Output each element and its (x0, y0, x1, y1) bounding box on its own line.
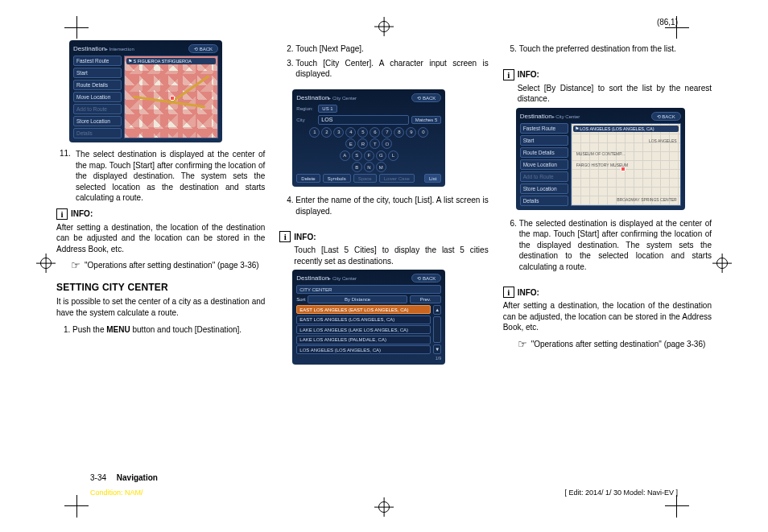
step-text: Push the MENU button and touch [Destinat… (72, 324, 265, 336)
keyboard-key[interactable]: L (388, 151, 398, 161)
nav-screen-keyboard: Destination▸ City Center ⟲ BACK Region: … (292, 89, 445, 188)
info-icon: i (503, 69, 514, 80)
footer-left: 3-34 Navigation (90, 473, 158, 482)
scroll-up-icon[interactable]: ▲ (433, 305, 441, 315)
keyboard-key[interactable]: 1 (309, 127, 320, 138)
keyboard-key[interactable]: 7 (382, 127, 392, 138)
list-item[interactable]: LOS ANGELES (LOS ANGELES, CA) (296, 345, 431, 354)
sort-select[interactable]: By Distance (308, 295, 407, 303)
column-1: Destination▸ Intersection ⟲ BACK Fastest… (56, 40, 265, 492)
step-text: Enter the name of the city, touch [List]… (295, 195, 488, 217)
menu-button[interactable]: Start (73, 68, 122, 78)
screen-subtitle: ▸ Intersection (105, 47, 134, 52)
keyboard-key[interactable]: 2 (321, 127, 332, 138)
step-text: Touch [Next Page]. (295, 43, 488, 55)
screen-title: Destination (73, 45, 105, 52)
column-3: Touch the preferred destination from the… (503, 40, 712, 492)
registration-mark (377, 500, 391, 514)
keyboard-key[interactable]: G (376, 151, 386, 161)
page-ref: (86,1) (657, 18, 678, 27)
back-button[interactable]: ⟲ BACK (411, 93, 441, 102)
keyboard-key[interactable]: E (345, 138, 356, 149)
step-text: Touch [City Center]. A character input s… (295, 58, 488, 80)
menu-button[interactable]: Fastest Route (73, 56, 122, 66)
keyboard-key[interactable]: O (382, 138, 392, 149)
matches-count: Matches 5 (411, 116, 442, 124)
menu-button[interactable]: Fastest Route (520, 123, 568, 134)
info-icon: i (503, 287, 514, 298)
map-dest-label: ⚑ LOS ANGELES (LOS ANGELES, CA) (573, 126, 679, 132)
keyboard-key[interactable]: 3 (333, 127, 344, 138)
prev-button[interactable]: Prev. (410, 295, 442, 303)
info-icon: i (279, 231, 291, 242)
list-item[interactable]: EAST LOS ANGELES (LOS ANGELES, CA) (296, 315, 431, 324)
menu-button[interactable]: Store Location (520, 184, 568, 194)
keyboard-key[interactable]: T (370, 138, 380, 149)
menu-button[interactable]: Start (520, 135, 568, 146)
keyboard-action[interactable]: Symbols (323, 174, 351, 183)
keyboard-key[interactable]: N (364, 162, 374, 172)
list-button[interactable]: List (424, 174, 441, 183)
xref-text: "Operations after setting destination" (… (531, 339, 706, 349)
info-icon: i (56, 208, 68, 220)
keyboard-key[interactable]: 0 (418, 127, 428, 138)
info-body: After setting a destination, the locatio… (503, 300, 712, 333)
keyboard-key[interactable]: 8 (394, 127, 404, 138)
list-item[interactable]: LAKE LOS ANGELES (LAKE LOS ANGELES, CA) (296, 325, 431, 334)
keyboard-key[interactable]: F (364, 151, 374, 161)
map-poi: MUSEUM OF CONTEMP... (576, 151, 625, 156)
keyboard-key[interactable]: 4 (345, 127, 356, 138)
info-label: INFO: (71, 209, 93, 218)
nav-screen-intersection: Destination▸ Intersection ⟲ BACK Fastest… (69, 40, 222, 142)
list-item[interactable]: EAST LOS ANGELES (EAST LOS ANGELES, CA) (296, 305, 431, 314)
nav-screen-list: Destination▸ City Center ⟲ BACK CITY CEN… (292, 270, 445, 365)
menu-button[interactable]: Move Location (520, 159, 568, 170)
keyboard-key[interactable]: B (352, 162, 362, 172)
keyboard-key[interactable]: A (340, 151, 350, 161)
info-label: INFO: (294, 233, 316, 241)
keyboard-key[interactable]: 6 (370, 127, 380, 138)
keyboard-key[interactable]: 9 (406, 127, 416, 138)
keyboard-key[interactable]: M (376, 162, 386, 172)
menu-button[interactable]: Route Details (520, 147, 568, 158)
region-value[interactable]: US 1 (318, 105, 337, 113)
cropmark (676, 16, 677, 39)
keyboard-action[interactable]: Delete (296, 174, 320, 183)
scroll-track[interactable] (433, 316, 441, 343)
info-label: INFO: (518, 288, 539, 297)
xref-icon: ☞ (518, 339, 527, 349)
section-body: It is possible to set the center of a ci… (56, 296, 265, 318)
city-input[interactable]: LOS (318, 115, 408, 125)
back-button[interactable]: ⟲ BACK (188, 44, 218, 53)
destination-pin-icon (169, 95, 175, 101)
cropmark (665, 27, 689, 28)
xref-text: "Operations after setting destination" (… (85, 260, 259, 270)
menu-button[interactable]: Details (520, 196, 568, 206)
cropmark (76, 16, 77, 39)
menu-button[interactable]: Store Location (73, 116, 122, 126)
list-item[interactable]: LAKE LOS ANGELES (PALMDALE, CA) (296, 336, 431, 344)
destination-pin-icon (620, 166, 626, 172)
keyboard-key[interactable]: R (357, 138, 368, 149)
cropmark (76, 495, 77, 518)
back-button[interactable]: ⟲ BACK (411, 274, 441, 282)
info-body: Select [By Distance] to sort the list by… (503, 83, 712, 105)
keyboard-key[interactable]: 5 (357, 127, 368, 138)
xref-icon: ☞ (71, 260, 81, 270)
menu-button[interactable]: Move Location (73, 92, 122, 102)
city-label: City (296, 118, 316, 122)
back-button[interactable]: ⟲ BACK (651, 112, 681, 121)
step-text: The selected destination is displayed at… (519, 218, 712, 273)
keyboard-key[interactable]: S (352, 151, 362, 161)
scroll-down-icon[interactable]: ▼ (433, 344, 441, 354)
registration-mark (377, 19, 391, 34)
menu-button[interactable]: Route Details (73, 80, 122, 90)
cropmark (676, 495, 677, 518)
info-body: After setting a destination, the locatio… (56, 222, 265, 255)
menu-button: Details (73, 128, 122, 138)
footer-right: [ Edit: 2014/ 1/ 30 Model: Navi-EV ] (564, 489, 678, 497)
keyboard-action: Lower Case (379, 174, 415, 183)
nav-screen-citycenter-map: Destination▸ City Center ⟲ BACK Fastest … (516, 108, 685, 210)
map-poi: BROADWAY SPRINGS CENTER (617, 197, 676, 202)
section-name: Navigation (117, 473, 158, 482)
